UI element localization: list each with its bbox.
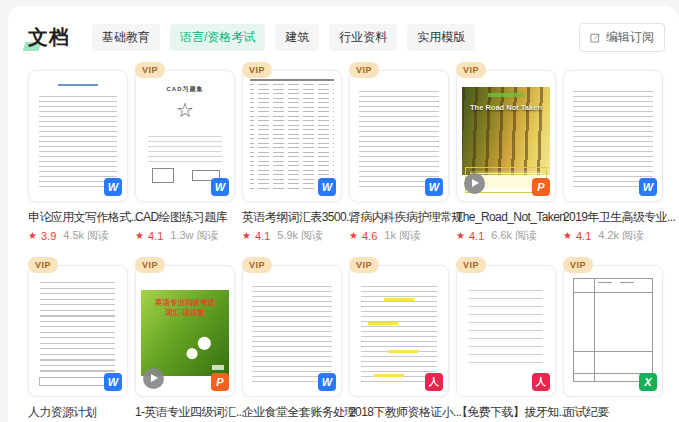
- document-thumbnail[interactable]: 英语专业四级考试 词汇·语法篇 P: [135, 265, 235, 397]
- rating-value: 4.1: [469, 230, 484, 242]
- ppt-file-icon: P: [532, 178, 550, 196]
- document-thumbnail[interactable]: W: [563, 70, 663, 202]
- views-count: 1k 阅读: [384, 228, 421, 243]
- vip-badge: VIP: [135, 62, 165, 78]
- rating-value: 4.1: [576, 230, 591, 242]
- rating-value: 4.1: [255, 230, 270, 242]
- preview-text: The Road Not Taken: [457, 103, 555, 112]
- document-title[interactable]: The_Road_Not_Taken: [456, 209, 556, 225]
- word-file-icon: W: [425, 178, 443, 196]
- edit-subscription-label: 编辑订阅: [606, 29, 654, 46]
- views-count: 5.9k 阅读: [277, 228, 323, 243]
- edit-subscription-button[interactable]: 编辑订阅: [579, 23, 665, 52]
- document-title[interactable]: 2018下教师资格证小...: [349, 404, 449, 420]
- document-card: VIP X 面试纪要 ★ 4.1 5.4k 阅读: [563, 257, 663, 422]
- star-icon: ★: [28, 230, 37, 241]
- play-icon[interactable]: [143, 368, 164, 389]
- preview-ornament: [250, 79, 334, 81]
- document-thumbnail[interactable]: [349, 265, 449, 397]
- document-thumbnail[interactable]: W: [349, 70, 449, 202]
- preview-text: 英语专业四级考试 词汇·语法篇: [136, 298, 234, 318]
- star-icon: ★: [242, 230, 251, 241]
- vip-badge: VIP: [135, 257, 165, 273]
- excel-file-icon: X: [639, 373, 657, 391]
- category-tab[interactable]: 行业资料: [329, 24, 397, 51]
- star-icon: ★: [456, 230, 465, 241]
- document-meta: ★ 3.9 4.5k 阅读: [28, 228, 128, 243]
- document-card: VIP W 肾病内科疾病护理常规 ★ 4.6 1k 阅读: [349, 62, 449, 243]
- document-thumbnail[interactable]: W: [28, 265, 128, 397]
- preview-ornament: [152, 168, 174, 183]
- document-card: W 申论应用文写作格式... ★ 3.9 4.5k 阅读: [28, 62, 128, 243]
- document-card: VIP 【免费下载】拔牙知... ★ 4.5 3k 阅读: [456, 257, 556, 422]
- star-icon: ★: [135, 230, 144, 241]
- document-title[interactable]: 面试纪要: [563, 404, 663, 420]
- star-icon: ★: [563, 230, 572, 241]
- vip-badge: VIP: [456, 257, 486, 273]
- category-tab[interactable]: 实用模版: [407, 24, 475, 51]
- preview-text: CAD习题集: [136, 85, 234, 94]
- document-card: VIP CAD习题集 W CAD绘图练习题库 ★ 4.1 1.3w 阅读: [135, 62, 235, 243]
- document-thumbnail[interactable]: W: [242, 265, 342, 397]
- word-file-icon: W: [318, 178, 336, 196]
- document-title[interactable]: 2019年卫生高级专业...: [563, 209, 663, 225]
- document-title[interactable]: 肾病内科疾病护理常规: [349, 209, 449, 225]
- document-title[interactable]: 英语考纲词汇表3500...: [242, 209, 342, 225]
- views-count: 1.3w 阅读: [170, 228, 218, 243]
- document-title[interactable]: 企业食堂全套账务处理: [242, 404, 342, 420]
- preview-ornament: [58, 84, 97, 86]
- play-icon[interactable]: [464, 173, 485, 194]
- document-card: W 2019年卫生高级专业... ★ 4.1 4.2k 阅读: [563, 62, 663, 243]
- word-file-icon: W: [318, 373, 336, 391]
- word-file-icon: W: [104, 178, 122, 196]
- vip-badge: VIP: [349, 62, 379, 78]
- document-thumbnail[interactable]: W: [28, 70, 128, 202]
- vip-badge: VIP: [28, 257, 58, 273]
- document-meta: ★ 4.6 1k 阅读: [349, 228, 449, 243]
- category-tab[interactable]: 语言/资格考试: [170, 24, 265, 51]
- document-title[interactable]: 申论应用文写作格式...: [28, 209, 128, 225]
- document-thumbnail[interactable]: X: [563, 265, 663, 397]
- document-card: VIP W 企业食堂全套账务处理 ★ 5 1.2w 阅读: [242, 257, 342, 422]
- document-thumbnail[interactable]: CAD习题集 W: [135, 70, 235, 202]
- word-file-icon: W: [211, 178, 229, 196]
- document-thumbnail[interactable]: W: [242, 70, 342, 202]
- vip-badge: VIP: [242, 62, 272, 78]
- preview-ornament: [136, 95, 234, 125]
- pdf-file-icon: [532, 373, 550, 391]
- preview-photo: [462, 87, 550, 175]
- category-tabs: 基础教育语言/资格考试建筑行业资料实用模版: [92, 24, 475, 51]
- document-thumbnail[interactable]: [456, 265, 556, 397]
- documents-panel: 文档 基础教育语言/资格考试建筑行业资料实用模版 编辑订阅 W: [8, 6, 679, 422]
- views-count: 6.6k 阅读: [491, 228, 537, 243]
- document-title[interactable]: 1-英语专业四级词汇...: [135, 404, 235, 420]
- page-title: 文档: [28, 24, 70, 51]
- document-title[interactable]: 【免费下载】拔牙知...: [456, 404, 556, 420]
- preview-ornament: [488, 93, 523, 97]
- vip-badge: VIP: [563, 257, 593, 273]
- document-meta: ★ 4.1 6.6k 阅读: [456, 228, 556, 243]
- document-title[interactable]: 人力资源计划: [28, 404, 128, 420]
- views-count: 4.5k 阅读: [63, 228, 109, 243]
- document-card: VIP W 人力资源计划 ★ 4.1 5.5k 阅读: [28, 257, 128, 422]
- rating-value: 4.6: [362, 230, 377, 242]
- category-tab[interactable]: 建筑: [275, 24, 319, 51]
- document-meta: ★ 4.1 5.9k 阅读: [242, 228, 342, 243]
- vip-badge: VIP: [242, 257, 272, 273]
- document-thumbnail[interactable]: The Road Not Taken P: [456, 70, 556, 202]
- edit-pencil-icon: [590, 32, 601, 43]
- document-meta: ★ 4.1 4.2k 阅读: [563, 228, 663, 243]
- preview-ornament: [212, 365, 224, 370]
- star-icon: ★: [349, 230, 358, 241]
- word-file-icon: W: [104, 373, 122, 391]
- vip-badge: VIP: [349, 257, 379, 273]
- preview-ornament: [384, 298, 414, 301]
- document-grid: W 申论应用文写作格式... ★ 3.9 4.5k 阅读 VIP CAD习题集 …: [8, 58, 679, 422]
- document-meta: ★ 4.1 1.3w 阅读: [135, 228, 235, 243]
- ppt-file-icon: P: [211, 373, 229, 391]
- document-card: VIP 2018下教师资格证小... ★ 4 8.7k 阅读: [349, 257, 449, 422]
- category-tab[interactable]: 基础教育: [92, 24, 160, 51]
- document-card: VIP 英语专业四级考试 词汇·语法篇 P 1-英语专业四级词汇... ★ 4.…: [135, 257, 235, 422]
- document-card: VIP W 英语考纲词汇表3500... ★ 4.1 5.9k 阅读: [242, 62, 342, 243]
- document-title[interactable]: CAD绘图练习题库: [135, 209, 235, 225]
